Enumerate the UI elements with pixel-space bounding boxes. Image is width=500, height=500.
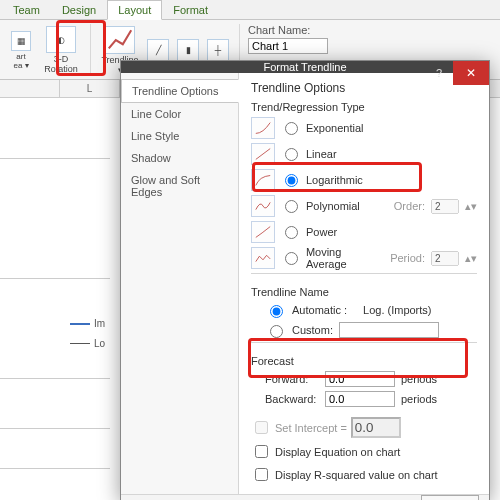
radio-moving-average[interactable]	[285, 252, 298, 265]
legend-item-1: Im	[70, 318, 110, 329]
name-automatic-row[interactable]: Automatic : Log. (Imports)	[251, 300, 477, 320]
error-bars-icon: ┼	[207, 39, 229, 61]
option-power[interactable]: Power	[251, 219, 477, 245]
chart-name-input[interactable]	[248, 38, 328, 54]
display-equation-row[interactable]: Display Equation on chart	[251, 440, 477, 463]
forecast-label: Forecast	[251, 355, 477, 367]
nav-line-style[interactable]: Line Style	[121, 125, 238, 147]
option-moving-average[interactable]: Moving Average Period: ▴▾	[251, 245, 477, 271]
trendline-name-label: Trendline Name	[251, 286, 477, 298]
order-input	[431, 199, 459, 214]
display-r2-row[interactable]: Display R-squared value on chart	[251, 463, 477, 486]
ribbon-tabs: Team Design Layout Format	[0, 0, 500, 20]
nav-trendline-options[interactable]: Trendline Options	[121, 79, 239, 103]
forward-input[interactable]	[325, 371, 395, 387]
tab-format[interactable]: Format	[162, 0, 219, 19]
radio-linear[interactable]	[285, 148, 298, 161]
spinner-icon: ▴▾	[465, 200, 477, 213]
dialog-body: Trendline Options Line Color Line Style …	[121, 73, 489, 494]
option-logarithmic[interactable]: Logarithmic	[251, 167, 477, 193]
period-input	[431, 251, 459, 266]
radio-custom[interactable]	[270, 325, 283, 338]
radio-automatic[interactable]	[270, 305, 283, 318]
logarithmic-icon	[251, 169, 275, 191]
option-polynomial[interactable]: Polynomial Order: ▴▾	[251, 193, 477, 219]
option-exponential[interactable]: Exponential	[251, 115, 477, 141]
ribbon-group-1: ▦ art ea ▾ ◐ 3-D Rotation	[6, 24, 91, 76]
chart-area-button[interactable]: ▦ art ea ▾	[6, 25, 36, 75]
radio-exponential[interactable]	[285, 122, 298, 135]
name-custom-row[interactable]: Custom:	[251, 320, 477, 340]
dialog-title: Format Trendline	[263, 61, 346, 73]
updown-bars-icon: ▮	[177, 39, 199, 61]
moving-average-icon	[251, 247, 275, 269]
checkbox-display-equation[interactable]	[255, 445, 268, 458]
tab-team[interactable]: Team	[2, 0, 51, 19]
tab-layout[interactable]: Layout	[107, 0, 162, 20]
radio-power[interactable]	[285, 226, 298, 239]
legend-line-icon	[70, 343, 90, 344]
rotation-button[interactable]: ◐ 3-D Rotation	[40, 25, 82, 75]
dialog-help-icon[interactable]: ?	[429, 61, 449, 85]
svg-line-0	[256, 149, 270, 160]
checkbox-display-r2[interactable]	[255, 468, 268, 481]
set-intercept-row: Set Intercept =	[251, 415, 477, 440]
chart-area-icon: ▦	[11, 31, 31, 51]
power-icon	[251, 221, 275, 243]
chart-name-group: Chart Name:	[248, 24, 328, 54]
spinner-icon: ▴▾	[465, 252, 477, 265]
forecast-forward-row: Forward: periods	[251, 369, 477, 389]
lines-icon: ╱	[147, 39, 169, 61]
backward-input[interactable]	[325, 391, 395, 407]
dialog-main: Trendline Options Trend/Regression Type …	[239, 73, 489, 494]
col-header-L[interactable]: L	[60, 80, 120, 97]
checkbox-set-intercept	[255, 421, 268, 434]
nav-glow[interactable]: Glow and Soft Edges	[121, 169, 238, 203]
exponential-icon	[251, 117, 275, 139]
tab-design[interactable]: Design	[51, 0, 107, 19]
trendline-icon	[105, 26, 135, 54]
radio-logarithmic[interactable]	[285, 174, 298, 187]
forecast-backward-row: Backward: periods	[251, 389, 477, 409]
nav-shadow[interactable]: Shadow	[121, 147, 238, 169]
option-linear[interactable]: Linear	[251, 141, 477, 167]
format-trendline-dialog: Format Trendline ? ✕ Trendline Options L…	[120, 60, 490, 500]
dialog-close-icon[interactable]: ✕	[453, 61, 489, 85]
custom-name-input[interactable]	[339, 322, 439, 338]
nav-line-color[interactable]: Line Color	[121, 103, 238, 125]
chart-name-label: Chart Name:	[248, 24, 328, 36]
col-header[interactable]	[0, 80, 60, 97]
dialog-nav: Trendline Options Line Color Line Style …	[121, 73, 239, 494]
radio-polynomial[interactable]	[285, 200, 298, 213]
intercept-input	[351, 417, 401, 438]
dialog-footer: Close	[121, 494, 489, 500]
close-button[interactable]: Close	[421, 495, 479, 500]
rotation-icon: ◐	[46, 26, 76, 53]
linear-icon	[251, 143, 275, 165]
legend-item-2: Lo	[70, 338, 110, 349]
legend-line-icon	[70, 323, 90, 325]
regression-type-label: Trend/Regression Type	[251, 101, 477, 113]
polynomial-icon	[251, 195, 275, 217]
dialog-titlebar: Format Trendline ? ✕	[121, 61, 489, 73]
